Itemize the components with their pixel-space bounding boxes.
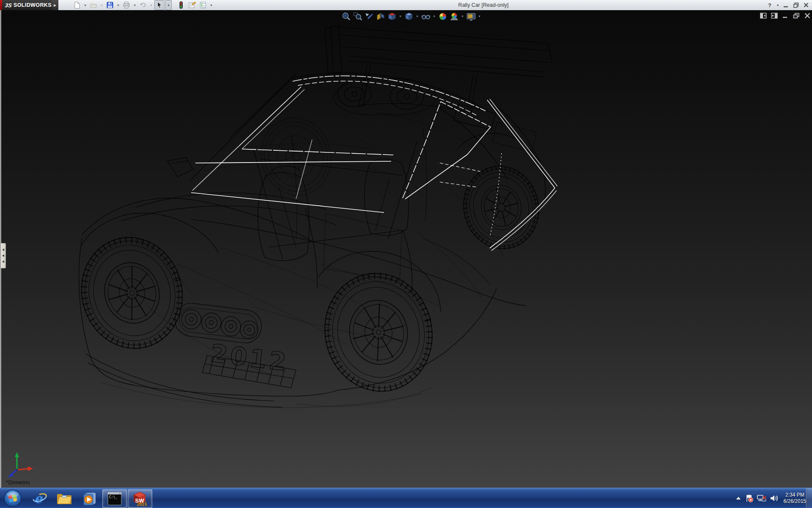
open-dropdown[interactable]: ▾ (99, 0, 104, 10)
solidworks-logo-mark: 3S (5, 2, 12, 8)
command-prompt-label: C:\_ (109, 495, 117, 499)
show-desktop-button[interactable] (806, 488, 812, 508)
car-wheel-front-right (253, 110, 339, 203)
apply-scene-dropdown[interactable]: ▾ (460, 11, 465, 22)
options-checklist-button[interactable] (198, 0, 208, 10)
clock-date: 6/26/2015 (784, 498, 806, 505)
help-button[interactable]: ? (765, 1, 774, 9)
zoom-to-fit-button[interactable] (341, 11, 351, 22)
feature-panel-collapsed-tab[interactable] (1, 243, 6, 268)
toolbar-flyout-button[interactable]: ▶ (52, 0, 58, 10)
car-body-decal: 2012 (209, 339, 290, 377)
open-button[interactable] (88, 0, 99, 10)
taskbar-clock[interactable]: 2:34 PM 6/26/2015 (784, 492, 806, 505)
windows-taskbar: e (0, 488, 812, 508)
clock-time: 2:34 PM (784, 492, 806, 498)
car-wheel-rear-right (455, 158, 547, 257)
taskbar-command-prompt[interactable]: C:\_ (102, 489, 127, 508)
pane-toggle-left-button[interactable] (760, 12, 767, 19)
save-dropdown[interactable]: ▾ (116, 0, 121, 10)
car-mesh-faint (102, 112, 503, 408)
new-document-button[interactable] (72, 0, 82, 10)
system-tray: 2:34 PM 6/26/2015 (735, 488, 806, 508)
doc-restore-button[interactable] (793, 12, 800, 19)
titlebar-controls: ? ▾ (765, 0, 810, 10)
solidworks-logo-text: SOLIDWORKS (14, 2, 52, 8)
volume-icon[interactable] (770, 494, 779, 502)
zoom-to-area-button[interactable] (352, 11, 363, 22)
select-tool-button[interactable] (154, 0, 165, 10)
hide-show-items-button[interactable] (420, 11, 431, 22)
display-style-button[interactable] (403, 11, 414, 22)
new-document-dropdown[interactable]: ▾ (83, 0, 88, 10)
undo-button[interactable] (138, 0, 148, 10)
graphics-viewport[interactable]: 2012 (0, 10, 812, 488)
expand-arrow-icon (2, 254, 4, 257)
print-button[interactable] (121, 0, 132, 10)
options-checklist-dropdown[interactable]: ▾ (209, 0, 214, 10)
reference-triad (3, 450, 39, 483)
rally-car-wireframe: 2012 (0, 10, 812, 488)
app-minimize-button[interactable] (782, 1, 790, 9)
taskbar-media-player[interactable] (81, 491, 98, 506)
app-restore-button[interactable] (792, 1, 800, 9)
logo-accent-stripe (0, 0, 2, 10)
solidworks-icon-year: 2015 (137, 502, 147, 506)
doc-close-button[interactable] (804, 12, 811, 19)
view-orientation-label: *Dimetric (6, 479, 30, 486)
print-dropdown[interactable]: ▾ (132, 0, 137, 10)
view-settings-button[interactable] (466, 11, 476, 22)
pane-toggle-right-button[interactable] (771, 12, 778, 19)
desktop: 3S SOLIDWORKS ▶ ▾ ▾ ▾ ▾ ▾ ▾ (0, 0, 812, 508)
section-view-button[interactable] (375, 11, 386, 22)
network-status-icon[interactable] (757, 494, 767, 502)
title-bar: 3S SOLIDWORKS ▶ ▾ ▾ ▾ ▾ ▾ ▾ (0, 0, 812, 11)
previous-view-button[interactable] (364, 11, 374, 22)
start-button[interactable] (3, 489, 22, 508)
car-wheel-front-left (69, 226, 195, 361)
view-orientation-button[interactable] (387, 11, 397, 22)
window-title: Rally Car [Read-only] (458, 0, 509, 10)
traffic-light-icon[interactable] (176, 0, 186, 10)
undo-dropdown[interactable]: ▾ (149, 0, 154, 10)
taskbar-internet-explorer[interactable]: e (31, 491, 48, 506)
edit-appearance-button[interactable] (437, 11, 448, 22)
edit-annotation-button[interactable] (187, 0, 197, 10)
view-settings-dropdown[interactable]: ▾ (477, 11, 482, 22)
taskbar-solidworks-2015[interactable]: SW 2015 (128, 489, 152, 508)
expand-arrow-icon (2, 260, 4, 263)
hide-show-items-dropdown[interactable]: ▾ (432, 11, 436, 22)
help-dropdown[interactable]: ▾ (776, 1, 780, 9)
solidworks-logo: 3S SOLIDWORKS (0, 0, 52, 10)
view-orientation-dropdown[interactable]: ▾ (398, 11, 403, 22)
headsup-view-toolbar: ▾ ▾ ▾ ▾ ▾ (341, 11, 482, 22)
main-toolbar: ▾ ▾ ▾ ▾ ▾ ▾ ▾ (72, 0, 214, 10)
save-button[interactable] (105, 0, 115, 10)
document-window-controls (760, 12, 811, 19)
car-wheel-rear-left (313, 262, 444, 403)
action-center-icon[interactable] (744, 494, 754, 502)
doc-minimize-button[interactable] (782, 12, 789, 19)
expand-arrow-icon (2, 248, 4, 251)
display-style-dropdown[interactable]: ▾ (415, 11, 420, 22)
taskbar-file-explorer[interactable] (56, 491, 73, 506)
apply-scene-button[interactable] (449, 11, 459, 22)
show-hidden-icons-button[interactable] (735, 496, 741, 500)
app-close-button[interactable] (802, 1, 810, 9)
select-tool-dropdown[interactable]: ▾ (165, 0, 172, 10)
